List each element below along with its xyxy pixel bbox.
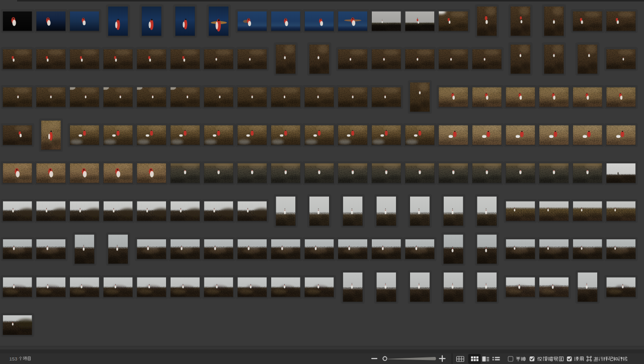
svg-text:153: 153	[10, 356, 18, 361]
